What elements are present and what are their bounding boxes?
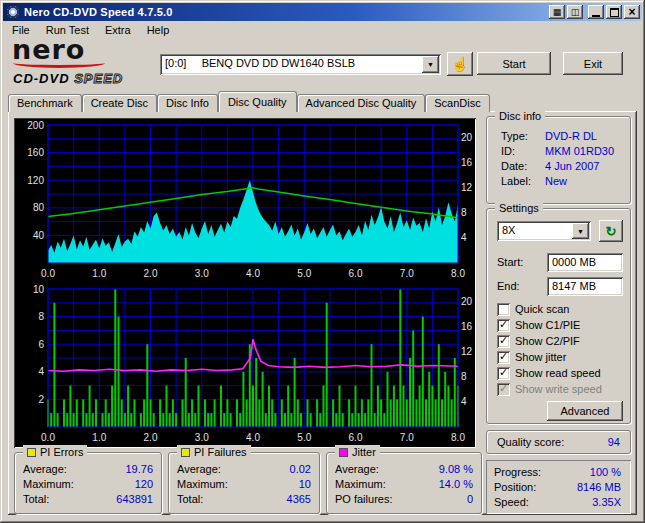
title-bar[interactable]: Nero CD-DVD Speed 4.7.5.0 ▦ ◫ × [3,3,642,21]
svg-text:6.0: 6.0 [349,432,363,443]
disc-quality-tab-page: 2001601208040201612840.01.02.03.04.05.06… [8,111,637,515]
tab-disc-quality[interactable]: Disc Quality [218,91,297,112]
svg-text:1.0: 1.0 [92,268,106,279]
svg-text:3.0: 3.0 [195,432,209,443]
extra-button-1[interactable]: ▦ [549,5,565,19]
stat-value: 10 [299,478,311,493]
panel-icon: ◫ [571,8,580,17]
svg-text:16: 16 [461,321,473,332]
tab-scandisc[interactable]: ScanDisc [425,94,489,112]
stat-label: Average: [177,463,221,478]
refresh-button[interactable]: ↻ [599,220,623,242]
svg-text:4: 4 [461,232,467,243]
chevron-down-icon: ▼ [427,61,434,68]
checkbox-box[interactable] [497,303,510,316]
quality-score-panel: Quality score: 94 [486,430,631,454]
window-title: Nero CD-DVD Speed 4.7.5.0 [24,6,547,18]
stat-value: 19.76 [125,463,153,478]
stats-panel-jitter: JitterAverage:9.08 %Maximum:14.0 %PO fai… [326,452,482,514]
start-position-input[interactable]: 0000 MB [547,253,623,272]
progress-label: Progress: [494,466,541,481]
progress-label: Speed: [494,496,529,511]
progress-row-progress: Progress:100 % [494,466,621,481]
svg-text:12: 12 [461,182,473,193]
quality-chart-area: 2001601208040201612840.01.02.03.04.05.06… [14,118,476,448]
maximize-button[interactable] [606,5,622,19]
progress-panel: Progress:100 %Position:8146 MBSpeed:3.35… [486,460,631,514]
svg-text:7.0: 7.0 [400,268,414,279]
extra-button-2[interactable]: ◫ [567,5,583,19]
svg-text:4: 4 [461,396,467,407]
progress-value: 100 % [590,466,621,481]
app-icon [6,5,20,19]
checkbox-show-jitter[interactable]: ✓Show jitter [497,349,602,365]
menu-item-extra[interactable]: Extra [97,22,139,38]
checkbox-show-c2-pif[interactable]: ✓Show C2/PIF [497,333,602,349]
checkbox-box[interactable]: ✓ [497,319,510,332]
exit-button[interactable]: Exit [563,52,623,75]
drive-select[interactable]: [0:0] BENQ DVD DD DW1640 BSLB ▼ [160,54,441,75]
stat-value: 14.0 % [439,478,473,493]
tab-advanced-disc-quality[interactable]: Advanced Disc Quality [297,94,426,112]
close-button[interactable]: × [624,5,640,19]
stat-row-average: Average:9.08 % [335,463,473,478]
stats-rows: Average:9.08 %Maximum:14.0 %PO failures:… [327,453,481,508]
checkbox-show-c1-pie[interactable]: ✓Show C1/PIE [497,317,602,333]
stats-title-text: PI Failures [194,445,247,459]
stats-title-jitter: Jitter [335,445,380,459]
minimize-icon [592,15,600,17]
progress-value: 8146 MB [577,481,621,496]
stats-rows: Average:0.02Maximum:10Total:4365 [169,453,319,508]
stat-value: 0 [467,493,473,508]
checkbox-box[interactable]: ✓ [497,335,510,348]
tab-benchmark[interactable]: Benchmark [8,94,82,112]
disc-info-label: Label: [501,175,545,190]
stat-label: Maximum: [23,478,74,493]
stat-label: Average: [23,463,67,478]
checkbox-show-read-speed[interactable]: ✓Show read speed [497,365,602,381]
checkbox-label: Show C2/PIF [515,335,580,347]
tab-disc-info[interactable]: Disc Info [157,94,218,112]
stat-row-po-failures: PO failures:0 [335,493,473,508]
disc-info-label: Type: [501,130,545,145]
quality-score-value: 94 [608,436,620,448]
svg-text:8.0: 8.0 [451,432,465,443]
disc-info-row-date: Date:4 Jun 2007 [501,160,630,175]
minimize-button[interactable] [588,5,604,19]
stat-value: 4365 [287,493,311,508]
checkbox-box[interactable]: ✓ [497,351,510,364]
disc-info-rows: Type:DVD-R DLID:MKM 01RD30Date:4 Jun 200… [487,117,630,190]
checkbox-quick-scan[interactable]: Quick scan [497,301,602,317]
speed-select[interactable]: 8X ▼ [497,221,591,241]
tab-create-disc[interactable]: Create Disc [82,94,157,112]
disc-info-value: DVD-R DL [545,130,597,145]
disc-info-value: 4 Jun 2007 [545,160,599,175]
speed-dropdown-button[interactable]: ▼ [572,223,589,239]
stat-row-average: Average:19.76 [23,463,153,478]
disc-info-row-id: ID:MKM 01RD30 [501,145,630,160]
svg-text:4.0: 4.0 [246,432,260,443]
drive-dropdown-button[interactable]: ▼ [422,56,439,73]
drive-select-value: [0:0] BENQ DVD DD DW1640 BSLB [160,54,420,75]
menu-item-help[interactable]: Help [139,22,178,38]
start-position-value: 0000 MB [552,256,596,268]
checkbox-box[interactable]: ✓ [497,367,510,380]
quality-score-label: Quality score: [497,436,564,448]
advanced-button[interactable]: Advanced [547,401,623,421]
end-position-input[interactable]: 8147 MB [547,277,623,296]
stat-value: 643891 [116,493,153,508]
stat-row-maximum: Maximum:120 [23,478,153,493]
svg-text:5.0: 5.0 [297,268,311,279]
svg-text:3.0: 3.0 [195,268,209,279]
progress-label: Position: [494,481,536,496]
svg-text:2.0: 2.0 [144,268,158,279]
stat-row-total: Total:643891 [23,493,153,508]
svg-text:4: 4 [38,366,44,377]
start-button[interactable]: Start [477,52,551,75]
disc-info-title: Disc info [495,109,545,123]
svg-text:5.0: 5.0 [297,432,311,443]
checkbox-box: ✓ [497,383,510,396]
eject-disc-button[interactable]: ☝ [447,52,473,76]
checkbox-label: Show read speed [515,367,601,379]
svg-text:16: 16 [461,157,473,168]
